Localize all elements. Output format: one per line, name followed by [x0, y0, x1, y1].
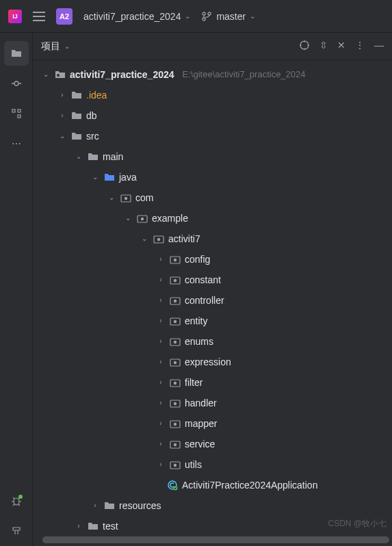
package-icon	[170, 274, 181, 285]
tree-label: constant	[185, 270, 221, 290]
folder-icon	[71, 110, 82, 121]
chevron-down-icon[interactable]: ⌄	[41, 64, 51, 85]
watermark: CSDN @牧小七	[328, 518, 387, 530]
tree-label: utils	[185, 454, 202, 475]
tree-item-java[interactable]: ⌄ java	[33, 167, 392, 187]
project-name-label: activiti7_practice_2024	[83, 11, 181, 22]
package-icon	[170, 459, 181, 470]
tree-label: controller	[185, 290, 224, 311]
package-icon	[153, 233, 164, 244]
tree-label: handler	[185, 393, 217, 413]
folder-icon	[55, 69, 66, 80]
panel-options-button[interactable]: ⋮	[355, 40, 365, 53]
tree-item-db[interactable]: › db	[33, 105, 392, 126]
package-icon	[170, 336, 181, 347]
chevron-right-icon[interactable]: ›	[156, 434, 166, 454]
tree-item-pkg[interactable]: ›controller	[33, 290, 392, 311]
tree-item-main[interactable]: ⌄ main	[33, 146, 392, 167]
tree-item-example[interactable]: ⌄ example	[33, 208, 392, 229]
chevron-right-icon[interactable]: ›	[156, 290, 166, 311]
chevron-right-icon[interactable]: ›	[156, 413, 166, 434]
chevron-down-icon[interactable]: ⌄	[107, 187, 116, 208]
tree-item-pkg[interactable]: ›entity	[33, 311, 392, 331]
chevron-right-icon[interactable]: ›	[74, 516, 83, 536]
tree-item-pkg[interactable]: ›utils	[33, 454, 392, 475]
hide-panel-button[interactable]: —	[374, 40, 384, 53]
folder-icon	[104, 500, 115, 511]
folder-icon	[88, 521, 99, 532]
tree-label: example	[152, 208, 188, 229]
horizontal-scrollbar[interactable]	[42, 536, 389, 543]
package-icon	[170, 439, 181, 450]
tree-item-pkg[interactable]: ›enums	[33, 331, 392, 352]
tree-path: E:\gitee\activiti7_practice_2024	[183, 64, 306, 85]
package-icon	[120, 192, 131, 203]
chevron-right-icon[interactable]: ›	[156, 249, 166, 270]
tree-label: main	[103, 146, 123, 167]
tree-label: service	[185, 434, 215, 454]
tree-item-pkg[interactable]: ›config	[33, 249, 392, 270]
tree-item-pkg[interactable]: ›filter	[33, 372, 392, 393]
chevron-right-icon[interactable]: ›	[156, 331, 166, 352]
tree-item-activiti7[interactable]: ⌄ activiti7	[33, 229, 392, 249]
folder-icon	[88, 151, 99, 162]
chevron-right-icon[interactable]: ›	[57, 105, 67, 126]
tree-label: .idea	[86, 85, 107, 105]
package-icon	[170, 295, 181, 306]
tree-item-app-class[interactable]: Activiti7Practice2024Application	[33, 475, 392, 495]
chevron-right-icon[interactable]: ›	[156, 270, 166, 290]
tree-label: activiti7	[168, 229, 200, 249]
tree-label: java	[119, 167, 137, 187]
tree-label: test	[103, 516, 118, 536]
chevron-right-icon[interactable]: ›	[156, 454, 166, 475]
package-icon	[170, 398, 181, 408]
package-icon	[170, 377, 181, 388]
structure-tool-button[interactable]	[4, 101, 29, 126]
tree-item-pkg[interactable]: ›expression	[33, 352, 392, 372]
project-tree[interactable]: ⌄ activiti7_practice_2024 E:\gitee\activ…	[33, 60, 392, 546]
debug-tool-button[interactable]	[4, 489, 29, 513]
chevron-right-icon[interactable]: ›	[156, 311, 166, 331]
select-opened-file-button[interactable]	[299, 40, 310, 53]
package-icon	[137, 213, 148, 224]
tree-item-com[interactable]: ⌄ com	[33, 187, 392, 208]
git-branch-selector[interactable]: master ⌄	[201, 11, 255, 22]
main-menu-button[interactable]	[33, 12, 45, 21]
tree-item-pkg[interactable]: ›service	[33, 434, 392, 454]
chevron-right-icon[interactable]: ›	[156, 372, 166, 393]
project-badge[interactable]: A2	[56, 8, 73, 25]
expand-all-button[interactable]: ⇳	[319, 40, 328, 53]
folder-icon	[71, 90, 82, 101]
app-icon	[8, 10, 22, 23]
chevron-right-icon[interactable]: ›	[156, 352, 166, 372]
tree-label: filter	[185, 372, 202, 393]
chevron-down-icon[interactable]: ⌄	[90, 167, 100, 187]
panel-title-button[interactable]: 项目 ⌄	[41, 40, 70, 53]
tree-item-pkg[interactable]: ›mapper	[33, 413, 392, 434]
class-icon	[167, 480, 178, 491]
chevron-down-icon[interactable]: ⌄	[74, 146, 83, 167]
tree-label: db	[86, 105, 97, 126]
tree-item-src[interactable]: ⌄ src	[33, 126, 392, 146]
more-tool-button[interactable]: ⋯	[4, 131, 29, 156]
chevron-down-icon[interactable]: ⌄	[57, 126, 67, 146]
tree-item-pkg[interactable]: ›constant	[33, 270, 392, 290]
tree-label: enums	[185, 331, 213, 352]
tree-item-idea[interactable]: › .idea	[33, 85, 392, 105]
folder-icon	[71, 131, 82, 142]
project-selector[interactable]: activiti7_practice_2024 ⌄	[83, 11, 190, 22]
chevron-down-icon[interactable]: ⌄	[123, 208, 133, 229]
tree-item-pkg[interactable]: ›handler	[33, 393, 392, 413]
tree-item-resources[interactable]: › resources	[33, 495, 392, 516]
chevron-right-icon[interactable]: ›	[156, 393, 166, 413]
tree-root[interactable]: ⌄ activiti7_practice_2024 E:\gitee\activ…	[33, 64, 392, 85]
tree-label: entity	[185, 311, 207, 331]
collapse-button[interactable]: ✕	[337, 40, 345, 53]
branch-label: master	[216, 11, 246, 22]
chevron-right-icon[interactable]: ›	[90, 495, 100, 516]
chevron-right-icon[interactable]: ›	[57, 85, 67, 105]
project-tool-button[interactable]	[4, 41, 29, 66]
chevron-down-icon[interactable]: ⌄	[140, 229, 149, 249]
build-tool-button[interactable]	[4, 519, 29, 543]
commit-tool-button[interactable]	[4, 71, 29, 96]
